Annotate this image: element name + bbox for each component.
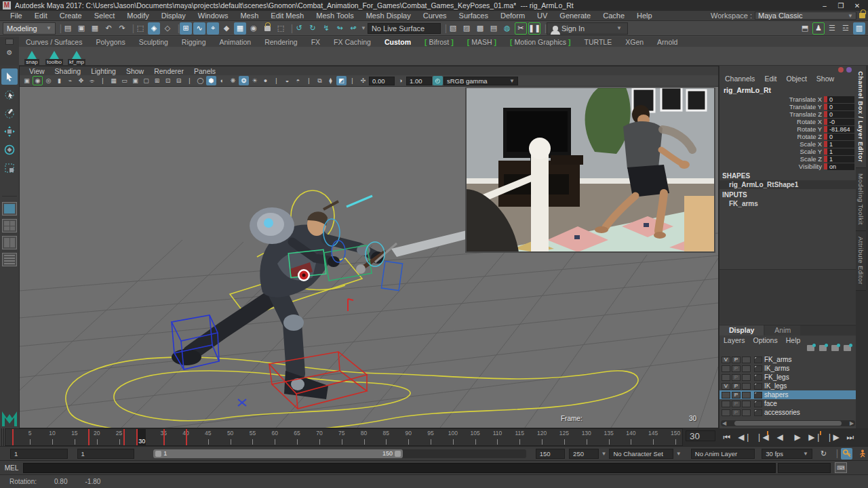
layer-playback-toggle[interactable]: P	[732, 374, 741, 381]
workspace-selector[interactable]: Maya Classic ▼	[755, 12, 856, 20]
play-backwards-button[interactable]: ◀	[771, 430, 789, 445]
layer-playback-toggle[interactable]: P	[732, 392, 741, 399]
channel-menu-edit[interactable]: Edit	[764, 75, 776, 84]
new-layer-icon[interactable]	[831, 345, 839, 351]
layer-display-type-toggle[interactable]	[742, 401, 751, 407]
layer-color-swatch[interactable]	[754, 365, 762, 372]
layer-visibility-toggle[interactable]	[722, 401, 730, 407]
construction-history-icon[interactable]: ↺	[293, 22, 305, 35]
wireframe-icon[interactable]: ◯	[195, 76, 205, 85]
layer-display-type-toggle[interactable]	[742, 392, 751, 399]
scrollbar-thumb[interactable]	[734, 421, 842, 426]
layer-color-swatch[interactable]	[754, 357, 762, 363]
select-object-icon[interactable]: ◈	[148, 22, 160, 35]
animation-start-field[interactable]: 1	[10, 449, 68, 459]
auto-keyframe-toggle[interactable]	[841, 448, 852, 460]
drag-handle[interactable]	[0, 428, 5, 446]
channel-menu-show[interactable]: Show	[816, 75, 834, 84]
menu-deform[interactable]: Deform	[494, 12, 531, 20]
empty-layer-icon[interactable]	[819, 345, 827, 351]
attribute-value-field[interactable]: on	[827, 163, 854, 170]
menu-mesh[interactable]: Mesh	[234, 12, 264, 20]
key-ticks-icon[interactable]	[838, 67, 844, 73]
grid-icon[interactable]: ▦	[108, 76, 119, 85]
menu-surfaces[interactable]: Surfaces	[453, 12, 494, 20]
ipr-render-icon[interactable]: ▩	[474, 22, 486, 35]
select-tool[interactable]	[1, 68, 18, 85]
menu-file[interactable]: File	[4, 12, 28, 20]
shelf-tab-turtle[interactable]: TURTLE	[578, 37, 619, 47]
resolution-gate-icon[interactable]: ▣	[130, 76, 140, 85]
attribute-value-field[interactable]: 0	[827, 104, 854, 110]
menu-display[interactable]: Display	[155, 12, 192, 20]
shelf-tab-polygons[interactable]: Polygons	[89, 37, 132, 47]
panel-menu-lighting[interactable]: Lighting	[91, 67, 122, 75]
viewport-scene[interactable]: Frame: 30	[20, 87, 718, 428]
scale-tool[interactable]	[1, 160, 18, 176]
modeling-toolkit-toggle-icon[interactable]: ⬒	[799, 22, 811, 35]
shelf-tab-animation[interactable]: Animation	[212, 37, 258, 47]
gate-mask-icon[interactable]: ▢	[141, 76, 151, 85]
snap-to-projected-center-icon[interactable]: ◆	[220, 22, 233, 35]
layout-four-pane-button[interactable]	[2, 219, 17, 232]
shelf-tab-bifrost[interactable]: Bifrost	[418, 37, 460, 47]
layer-display-type-toggle[interactable]	[742, 383, 751, 390]
step-back-frame-button[interactable]: ◀❘	[736, 430, 753, 445]
shelf-tab-fx-caching[interactable]: FX Caching	[327, 37, 378, 47]
layer-tab-anim[interactable]: Anim	[765, 325, 800, 336]
layer-row-fk-legs[interactable]: PFK_legs	[719, 373, 856, 382]
shelf-tab-custom[interactable]: Custom	[378, 37, 418, 47]
layer-tab-display[interactable]: Display	[719, 325, 764, 336]
panel-menu-renderer[interactable]: Renderer	[154, 67, 190, 75]
hypershade-icon[interactable]: ◍	[501, 22, 513, 35]
layer-playback-toggle[interactable]: P	[732, 357, 741, 363]
workspace-lock-icon[interactable]	[859, 13, 865, 18]
layer-playback-toggle[interactable]: P	[732, 365, 741, 372]
input-node-name[interactable]: FK_arms	[719, 199, 856, 208]
panel-menu-shading[interactable]: Shading	[55, 67, 87, 75]
attribute-value-field[interactable]: -0	[827, 119, 854, 125]
move-layer-icon[interactable]	[807, 345, 814, 351]
layer-color-swatch[interactable]	[754, 401, 762, 407]
menu-mesh-tools[interactable]: Mesh Tools	[310, 12, 359, 20]
menu-set-selector[interactable]: Modeling ▼	[3, 22, 56, 35]
layer-display-type-toggle[interactable]	[742, 365, 751, 372]
menu-uv[interactable]: UV	[531, 12, 553, 20]
menu-cache[interactable]: Cache	[597, 12, 631, 20]
shelf-item-toolbo[interactable]: toolbo	[44, 47, 64, 65]
layer-playback-toggle[interactable]: P	[732, 409, 741, 416]
normal-snap-icon[interactable]: ↫	[347, 22, 359, 35]
sidebar-tab-channel-box-layer-editor[interactable]: Channel Box / Layer Editor	[856, 66, 866, 168]
shape-node-name[interactable]: rig_ArmLo_RtShape1	[719, 180, 856, 189]
camera-attributes-icon[interactable]: ◎	[43, 76, 54, 85]
range-end-handle[interactable]	[395, 451, 401, 457]
safe-action-icon[interactable]: ⊡	[163, 76, 173, 85]
menu-edit-mesh[interactable]: Edit Mesh	[264, 12, 310, 20]
shelf-tab-rendering[interactable]: Rendering	[258, 37, 304, 47]
shelf-tab-arnold[interactable]: Arnold	[650, 37, 684, 47]
layout-outliner-persp-button[interactable]	[2, 253, 17, 266]
live-surface-field[interactable]: No Live Surface	[368, 23, 441, 34]
layer-visibility-toggle[interactable]	[722, 409, 730, 416]
attribute-value-field[interactable]: 1	[827, 148, 854, 155]
snap-to-points-icon[interactable]: ⌖	[207, 22, 219, 35]
pause-evaluation-icon[interactable]: ❚❚	[528, 22, 540, 35]
render-settings-icon[interactable]: ▤	[488, 22, 500, 35]
script-editor-button[interactable]: ⌨	[835, 462, 847, 473]
attribute-value-field[interactable]: -81.864	[827, 126, 854, 133]
gamma-icon[interactable]: ◑	[395, 76, 406, 85]
scroll-right-icon[interactable]: ▶	[848, 420, 855, 426]
layer-display-type-toggle[interactable]	[742, 357, 751, 363]
maximize-button[interactable]: ❐	[833, 2, 849, 9]
layer-display-type-toggle[interactable]	[742, 409, 751, 416]
menu-select[interactable]: Select	[88, 12, 121, 20]
shelf-item-kf-mp[interactable]: kf_mp	[66, 47, 87, 65]
layer-visibility-toggle[interactable]: V	[722, 383, 730, 390]
fps-dropdown[interactable]: 30 fps ▼	[762, 449, 812, 459]
playback-loop-icon[interactable]: ↻	[818, 448, 829, 460]
go-to-end-button[interactable]: ⏭	[842, 430, 859, 445]
current-frame-indicator[interactable]: 30	[136, 429, 146, 445]
move-tool[interactable]	[1, 123, 18, 140]
uv-snap-icon[interactable]: ↬	[334, 22, 346, 35]
current-frame-field[interactable]	[686, 430, 715, 441]
